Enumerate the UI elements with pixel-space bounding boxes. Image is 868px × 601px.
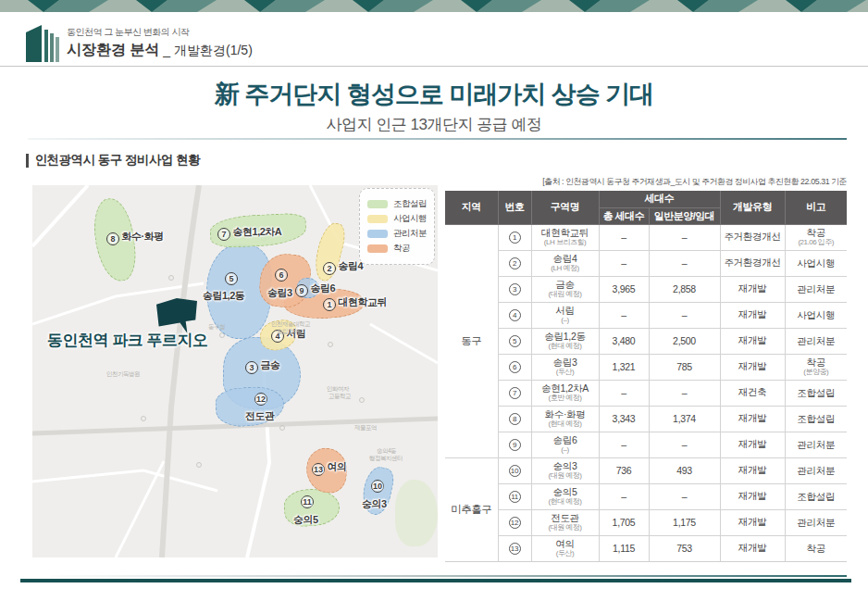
circled-number: 7 <box>509 387 521 399</box>
district-builder: (현대 예정) <box>534 342 597 351</box>
map-background-label: 송림캠퍼스 <box>277 328 304 336</box>
district-name: 송림3 <box>534 357 597 368</box>
col-header-households: 세대수 <box>599 191 720 207</box>
cell-general: 493 <box>649 457 720 483</box>
header-title-sub: _ 개발환경(1/5) <box>159 43 252 57</box>
circled-number: 5 <box>509 335 521 347</box>
map-legend: 조합설립사업시행관리처분착공 <box>359 188 435 265</box>
table-source-note: [출처 : 인천광역시 동구청 주거재생과_도시 및 주거환경 정비사업 추진현… <box>445 177 847 188</box>
circled-number: 1 <box>509 232 521 244</box>
district-name: 송림1,2동 <box>534 331 597 342</box>
circled-number: 10 <box>509 465 521 477</box>
table-row: 12전도관(대원 예정)1,7051,175재개발관리처분 <box>445 509 847 535</box>
cell-total: – <box>599 224 649 250</box>
cell-remark: 관리처분 <box>785 457 847 483</box>
zone-label-1: 1 대현학교뒤 <box>323 295 387 311</box>
circled-number: 4 <box>509 309 521 321</box>
cell-total: – <box>599 302 649 328</box>
district-name: 송림6 <box>534 434 597 445</box>
remark-status: 착공 <box>787 227 846 238</box>
district-builder: (현대 예정) <box>534 419 597 429</box>
circled-number: 3 <box>509 283 521 295</box>
legend-item-1: 조합설립 <box>367 198 427 210</box>
cell-general: 2,858 <box>649 276 720 302</box>
circled-number: 13 <box>312 463 325 476</box>
zone-label-name-5: 송림1,2동 <box>203 289 244 303</box>
remark-status: 관리처분 <box>787 335 846 346</box>
cell-total: 1,705 <box>599 509 649 535</box>
cell-total: 3,965 <box>599 276 649 302</box>
cell-no: 13 <box>498 535 531 561</box>
zone-label-num-10: 10 <box>371 478 384 493</box>
circled-number: 11 <box>301 495 314 508</box>
cell-devtype: 재개발 <box>720 328 785 354</box>
circled-number: 12 <box>254 393 267 406</box>
circled-number: 6 <box>509 361 521 373</box>
col-header-region: 지역 <box>445 191 498 224</box>
company-logo <box>26 25 61 62</box>
section-title: 인천광역시 동구 정비사업 현황 <box>35 152 201 169</box>
table-row: 미추홀구10숭의3(대원 예정)736493재개발관리처분 <box>445 457 847 483</box>
zone-label-7: 7 송현1,2차A <box>217 225 281 241</box>
cell-district: 여의(두산) <box>531 535 599 561</box>
district-builder: (대원 예정) <box>534 523 597 532</box>
table-body: 동구1대현학교뒤(LH 브리즈힐)––주거환경개선착공(21.06 입주)2송림… <box>445 224 847 561</box>
district-builder: (호반 예정) <box>534 394 597 403</box>
table-row: 동구1대현학교뒤(LH 브리즈힐)––주거환경개선착공(21.06 입주) <box>445 224 847 250</box>
cell-total: 1,321 <box>599 354 649 380</box>
legend-swatch <box>367 200 388 208</box>
district-builder: (LH 예정) <box>534 264 597 273</box>
remark-status: 관리처분 <box>787 439 846 450</box>
cell-devtype: 재개발 <box>720 276 785 302</box>
slide-page: 동인천역 그 눈부신 변화의 시작 시장환경 분석 _ 개발환경(1/5) 新 … <box>0 0 868 601</box>
col-header-general: 일반분양/임대 <box>649 207 720 224</box>
cell-devtype: 재건축 <box>720 380 785 406</box>
cell-region: 동구 <box>445 224 498 457</box>
cell-no: 7 <box>498 380 531 406</box>
cell-district: 금송(대림 예정) <box>531 276 599 302</box>
table-row: 11숭의5(현대 예정)––재개발조합설립 <box>445 483 847 509</box>
district-map: 1 대현학교뒤2 송림43 금송4 서림5송림1,2동6송림37 송현1,2차A… <box>32 185 438 557</box>
map-background-label: 행정복지센터 <box>369 455 403 463</box>
section-header: 인천광역시 동구 정비사업 현황 <box>26 152 200 169</box>
district-builder: (두산) <box>534 549 597 558</box>
zone-label-num-11: 11 <box>301 494 314 508</box>
cell-district: 송림1,2동(현대 예정) <box>531 328 599 354</box>
cell-no: 9 <box>498 432 531 457</box>
legend-swatch <box>367 244 388 253</box>
circled-number: 7 <box>217 228 230 241</box>
logo-bar-icon <box>50 33 54 62</box>
zone-label-13: 13 여의 <box>312 460 347 476</box>
map-background-label: 제물포역 <box>354 424 377 432</box>
table-row: 9송림6(–)––재개발관리처분 <box>445 432 847 457</box>
district-builder: (LH 브리즈힐) <box>534 238 597 247</box>
cell-devtype: 주거환경개선 <box>720 250 785 276</box>
col-header-devtype: 개발유형 <box>720 191 785 224</box>
table-row: 6송림3(두산)1,321785재개발착공(분양중) <box>445 354 847 380</box>
cell-devtype: 재개발 <box>720 406 785 432</box>
cell-general: – <box>649 250 720 276</box>
cell-remark: 착공(분양중) <box>785 354 847 380</box>
map-background-label: 동구청 <box>208 323 225 332</box>
circled-number: 13 <box>509 543 521 555</box>
development-table-wrap: 지역 번호 구역명 세대수 개발유형 비고 총 세대수 일반분양/임대 동구1대… <box>445 191 847 562</box>
park-area <box>395 480 438 546</box>
remark-status: 조합설립 <box>787 491 846 502</box>
circled-number: 5 <box>225 272 238 285</box>
remark-status: 관리처분 <box>787 283 846 294</box>
cell-general: 1,175 <box>649 509 720 535</box>
district-name: 대현학교뒤 <box>534 227 597 238</box>
district-name: 숭의5 <box>534 486 597 497</box>
table-row: 5송림1,2동(현대 예정)3,4802,500재개발관리처분 <box>445 328 847 354</box>
circled-number: 9 <box>509 439 521 451</box>
district-name: 송현1,2차A <box>534 382 597 394</box>
circled-number: 2 <box>323 262 336 275</box>
remark-status: 착공 <box>787 543 846 554</box>
remark-status: 착공 <box>787 357 846 368</box>
page-subtitle: 사업지 인근 13개단지 공급 예정 <box>0 114 868 135</box>
cell-district: 숭의3(대원 예정) <box>531 457 599 483</box>
cell-devtype: 재개발 <box>720 302 785 328</box>
cell-remark: 관리처분 <box>785 432 847 457</box>
cell-devtype: 재개발 <box>720 535 785 561</box>
table-header: 지역 번호 구역명 세대수 개발유형 비고 총 세대수 일반분양/임대 <box>445 191 847 224</box>
